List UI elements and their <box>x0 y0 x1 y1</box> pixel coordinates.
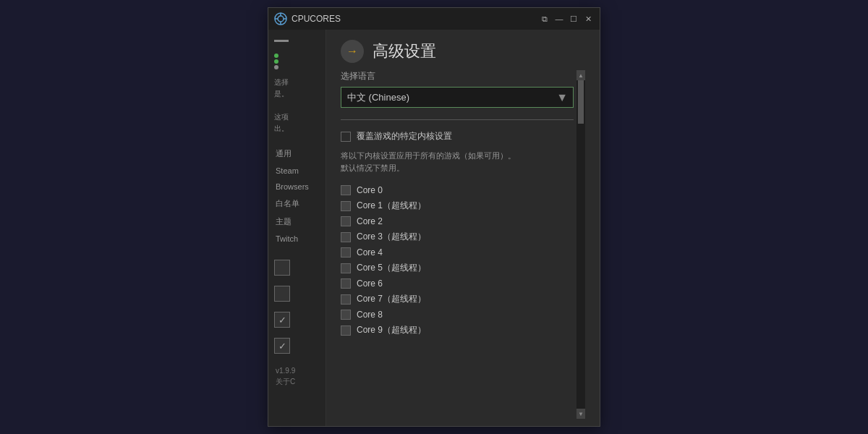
core-1-checkbox[interactable] <box>341 201 351 211</box>
core-5-checkbox[interactable] <box>341 263 351 273</box>
window-controls: ⧉ — ☐ ✕ <box>539 13 594 25</box>
sidebar-item-browsers[interactable]: Browsers <box>268 179 326 195</box>
core-9-label: Core 9（超线程） <box>357 324 426 336</box>
version-area: v1.9.9 关于C <box>268 361 326 391</box>
main-header: → 高级设置 <box>326 30 600 70</box>
sidebar-item-general[interactable]: 通用 <box>268 145 326 163</box>
core-2-label: Core 2 <box>357 216 383 226</box>
core-6-checkbox[interactable] <box>341 278 351 289</box>
sidebar-item-whitelist[interactable]: 白名单 <box>268 195 326 213</box>
sidebar-checkboxes <box>268 252 326 361</box>
core-3-checkbox[interactable] <box>341 232 351 242</box>
divider-1 <box>341 119 574 120</box>
sidebar-checkbox-2[interactable] <box>274 286 290 302</box>
scrollbar: ▲ ▼ <box>576 70 585 419</box>
indicator-gray <box>274 65 278 69</box>
table-row: Core 1（超线程） <box>341 200 574 212</box>
table-row: Core 7（超线程） <box>341 293 574 305</box>
table-row: Core 3（超线程） <box>341 231 574 243</box>
scrollbar-thumb[interactable] <box>578 80 584 124</box>
sidebar-checkbox-3[interactable] <box>274 312 290 328</box>
table-row: Core 4 <box>341 247 574 258</box>
core-3-label: Core 3（超线程） <box>357 231 426 243</box>
about-label[interactable]: 关于C <box>276 376 318 387</box>
core-0-checkbox[interactable] <box>341 185 351 195</box>
back-button[interactable]: → <box>341 40 364 63</box>
core-8-checkbox[interactable] <box>341 310 351 320</box>
override-label: 覆盖游戏的特定内核设置 <box>357 130 452 142</box>
indicator-green <box>274 54 278 58</box>
screenshot-button[interactable]: ⧉ <box>539 13 550 25</box>
app-icon <box>274 12 287 25</box>
logo-line-1 <box>274 40 289 42</box>
sidebar-item-twitch[interactable]: Twitch <box>268 231 326 247</box>
main-window: CPUCORES ⧉ — ☐ ✕ 选择是。这项出。 通用 Steam <box>268 7 600 427</box>
sidebar-item-steam[interactable]: Steam <box>268 163 326 179</box>
table-row: Core 0 <box>341 185 574 195</box>
override-row: 覆盖游戏的特定内核设置 <box>341 130 574 142</box>
table-row: Core 6 <box>341 278 574 289</box>
table-row: Core 9（超线程） <box>341 324 574 336</box>
main-content: → 高级设置 选择语言 中文 (Chinese) English 日本語 한국어… <box>326 30 600 426</box>
language-select-wrapper: 中文 (Chinese) English 日本語 한국어 ▼ <box>341 87 574 108</box>
window-title: CPUCORES <box>292 14 539 24</box>
core-7-label: Core 7（超线程） <box>357 293 426 305</box>
sidebar-checkbox-4[interactable] <box>274 338 290 354</box>
core-4-checkbox[interactable] <box>341 247 351 258</box>
table-row: Core 2 <box>341 216 574 226</box>
override-description: 将以下内核设置应用于所有的游戏（如果可用）。默认情况下禁用。 <box>341 150 574 174</box>
close-button[interactable]: ✕ <box>582 13 594 25</box>
core-4-label: Core 4 <box>357 247 383 258</box>
sidebar-logo <box>268 35 326 48</box>
core-8-label: Core 8 <box>357 310 383 320</box>
sidebar-nav: 通用 Steam Browsers 白名单 主题 Twitch <box>268 139 326 252</box>
sidebar-description: 选择是。这项出。 <box>268 72 326 139</box>
core-5-label: Core 5（超线程） <box>357 262 426 274</box>
main-body: 选择语言 中文 (Chinese) English 日本語 한국어 ▼ <box>326 70 600 426</box>
indicator-green-2 <box>274 59 278 64</box>
core-0-label: Core 0 <box>357 185 383 195</box>
scrollbar-track <box>576 80 585 409</box>
version-label: v1.9.9 <box>276 365 318 376</box>
table-row: Core 5（超线程） <box>341 262 574 274</box>
core-2-checkbox[interactable] <box>341 216 351 226</box>
sidebar-indicators <box>268 51 326 72</box>
core-6-label: Core 6 <box>357 278 383 289</box>
page-title: 高级设置 <box>373 41 436 62</box>
titlebar: CPUCORES ⧉ — ☐ ✕ <box>268 8 600 30</box>
core-7-checkbox[interactable] <box>341 294 351 305</box>
language-label: 选择语言 <box>341 70 574 82</box>
core-9-checkbox[interactable] <box>341 326 351 336</box>
scroll-content[interactable]: 选择语言 中文 (Chinese) English 日本語 한국어 ▼ <box>341 70 576 419</box>
sidebar: 选择是。这项出。 通用 Steam Browsers 白名单 主题 Twitch… <box>268 30 326 426</box>
minimize-button[interactable]: — <box>553 13 565 25</box>
svg-point-1 <box>278 16 284 22</box>
language-select[interactable]: 中文 (Chinese) English 日本語 한국어 <box>341 87 574 108</box>
table-row: Core 8 <box>341 310 574 320</box>
sidebar-checkbox-1[interactable] <box>274 260 290 276</box>
override-checkbox[interactable] <box>341 132 351 142</box>
core-1-label: Core 1（超线程） <box>357 200 426 212</box>
content-area: 选择是。这项出。 通用 Steam Browsers 白名单 主题 Twitch… <box>268 30 600 426</box>
maximize-button[interactable]: ☐ <box>568 13 579 25</box>
cores-list: Core 0 Core 1（超线程） Core 2 Core 3（超线 <box>341 185 574 336</box>
scrollbar-up-arrow[interactable]: ▲ <box>576 70 585 80</box>
scrollbar-down-arrow[interactable]: ▼ <box>576 409 585 419</box>
sidebar-item-theme[interactable]: 主题 <box>268 213 326 231</box>
